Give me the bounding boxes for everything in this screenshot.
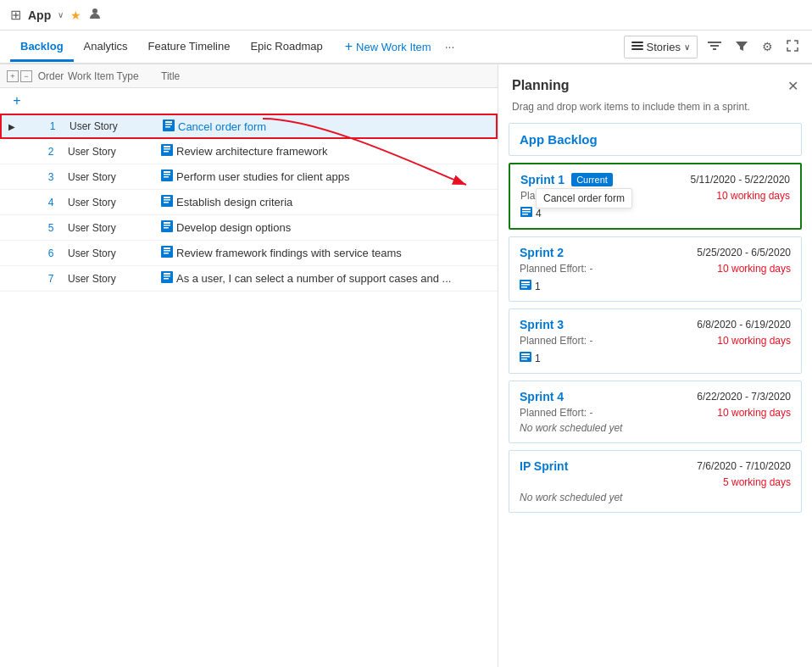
view-options-icon[interactable] — [704, 36, 725, 58]
sprint-item-count: 4 — [520, 207, 790, 220]
sprint-header: IP Sprint 7/6/2020 - 7/10/2020 — [520, 459, 791, 473]
sprint-name: Sprint 4 — [520, 390, 564, 403]
row-order: 2 — [34, 146, 68, 158]
tab-analytics[interactable]: Analytics — [74, 33, 138, 62]
row-type: User Story — [68, 146, 161, 158]
table-row[interactable]: 3 User Story Perform user studies for cl… — [0, 164, 498, 190]
sprint-header: Sprint 3 6/8/2020 - 6/19/2020 — [520, 318, 791, 331]
row-title[interactable]: Review architecture framework — [161, 144, 474, 158]
table-row[interactable]: 4 User Story Establish design criteria ·… — [0, 190, 498, 215]
work-item-icon — [163, 120, 175, 134]
sprint-header: Sprint 2 5/25/2020 - 6/5/2020 — [520, 246, 791, 259]
table-row[interactable]: 2 User Story Review architecture framewo… — [0, 139, 498, 164]
row-title[interactable]: Perform user studies for client apps — [161, 170, 474, 184]
svg-rect-16 — [164, 171, 170, 173]
sprint-card[interactable]: Sprint 3 6/8/2020 - 6/19/2020 Planned Ef… — [509, 308, 802, 374]
svg-rect-46 — [521, 359, 527, 360]
stories-dropdown[interactable]: Stories ∨ — [624, 36, 698, 58]
sprint-item-count: 1 — [520, 280, 791, 292]
table-row[interactable]: 5 User Story Develop design options ··· — [0, 215, 498, 241]
sprint-name: Sprint 1 — [520, 173, 565, 186]
sprint-meta: Planned Effort: - 10 working days — [520, 263, 791, 275]
expand-chevron-icon[interactable]: ▶ — [8, 122, 15, 131]
work-item-icon — [161, 220, 173, 235]
svg-rect-32 — [164, 273, 170, 275]
table-header: + − Order Work Item Type Title — [0, 64, 498, 88]
expand-controls: + − — [7, 70, 34, 82]
sprint-card[interactable]: Sprint 4 6/22/2020 - 7/3/2020 Planned Ef… — [509, 381, 802, 443]
title-text[interactable]: Review framework findings with service t… — [176, 247, 402, 259]
row-type: User Story — [68, 197, 161, 208]
settings-icon[interactable]: ⚙ — [759, 36, 776, 57]
svg-rect-21 — [164, 199, 170, 201]
row-type: User Story — [70, 120, 163, 132]
svg-rect-37 — [522, 211, 531, 213]
planning-panel: Planning ✕ Drag and drop work items to i… — [498, 64, 812, 667]
sprint-card[interactable]: App Backlog — [509, 123, 802, 156]
expand-all-icon[interactable]: + — [7, 70, 19, 82]
sprint-card[interactable]: Sprint 1 Current 5/11/2020 - 5/22/2020 P… — [509, 163, 802, 230]
backlog-table: + − Order Work Item Type Title + ▶ 1 Use… — [0, 64, 498, 667]
stories-label: Stories — [647, 41, 681, 53]
svg-rect-38 — [522, 214, 528, 215]
table-row[interactable]: 6 User Story Review framework findings w… — [0, 241, 498, 266]
new-work-item-button[interactable]: + New Work Item — [336, 36, 440, 58]
title-text[interactable]: Perform user studies for client apps — [176, 170, 349, 183]
sprint-name: App Backlog — [520, 132, 598, 147]
svg-rect-44 — [521, 353, 530, 355]
app-title[interactable]: App — [28, 8, 51, 22]
sprint-dates: 6/8/2020 - 6/19/2020 — [697, 319, 791, 331]
sprint-dates: 5/25/2020 - 6/5/2020 — [697, 247, 791, 258]
tab-backlog[interactable]: Backlog — [10, 33, 74, 62]
work-item-icon — [161, 246, 173, 260]
svg-rect-45 — [521, 356, 530, 358]
more-options-button[interactable]: ··· — [440, 38, 460, 55]
type-header: Work Item Type — [68, 70, 161, 82]
title-text[interactable]: Develop design options — [176, 221, 291, 234]
tooltip-text: Cancel order form — [543, 192, 625, 204]
main-content: + − Order Work Item Type Title + ▶ 1 Use… — [0, 64, 812, 667]
sprint-meta: Planned Effort: - 10 working days — [520, 335, 791, 347]
sprint-card[interactable]: IP Sprint 7/6/2020 - 7/10/2020 5 working… — [509, 450, 802, 513]
favorite-icon[interactable]: ★ — [70, 8, 81, 22]
row-title[interactable]: As a user, I can select a number of supp… — [161, 271, 474, 286]
title-text[interactable]: Review architecture framework — [176, 145, 327, 158]
list-icon — [631, 40, 643, 54]
sprint-work-icon — [520, 280, 531, 292]
title-text[interactable]: Cancel order form — [178, 120, 266, 133]
svg-rect-36 — [522, 208, 531, 210]
svg-rect-1 — [631, 42, 643, 43]
sprint-meta: Planned Effort: - 10 working days — [520, 407, 791, 419]
row-title[interactable]: Establish design criteria — [161, 195, 474, 209]
expand-icon[interactable] — [783, 36, 802, 58]
sprint-card[interactable]: Sprint 2 5/25/2020 - 6/5/2020 Planned Ef… — [509, 236, 802, 302]
svg-rect-24 — [164, 222, 170, 224]
sprint-working-days: 10 working days — [717, 263, 791, 275]
add-item-button[interactable]: + — [7, 91, 27, 111]
svg-rect-41 — [521, 284, 530, 286]
no-work-text: No work scheduled yet — [520, 422, 791, 434]
row-title[interactable]: Develop design options — [161, 220, 474, 235]
svg-rect-29 — [164, 250, 170, 252]
row-title[interactable]: Cancel order form — [163, 120, 472, 134]
title-text[interactable]: Establish design criteria — [176, 196, 292, 208]
table-row[interactable]: 7 User Story As a user, I can select a n… — [0, 266, 498, 292]
collapse-all-icon[interactable]: − — [20, 70, 32, 82]
sprint-cards: App Backlog Sprint 1 Current 5/11/2020 -… — [498, 123, 812, 513]
tab-feature-timeline[interactable]: Feature Timeline — [138, 33, 241, 62]
svg-rect-33 — [164, 275, 170, 277]
row-order: 7 — [34, 273, 68, 285]
planning-description: Drag and drop work items to include them… — [498, 101, 812, 123]
work-item-icon — [161, 170, 173, 184]
tab-epic-roadmap[interactable]: Epic Roadmap — [240, 33, 332, 62]
svg-rect-30 — [164, 253, 169, 254]
filter-icon[interactable] — [731, 36, 752, 58]
work-item-icon — [161, 271, 173, 286]
title-text[interactable]: As a user, I can select a number of supp… — [176, 272, 451, 285]
title-chevron-icon: ∨ — [58, 10, 64, 19]
svg-rect-2 — [631, 45, 643, 47]
row-title[interactable]: Review framework findings with service t… — [161, 246, 474, 260]
table-row[interactable]: ▶ 1 User Story Cancel order form ··· — [0, 114, 498, 139]
planning-close-button[interactable]: ✕ — [787, 78, 798, 94]
sprint-working-days: 10 working days — [717, 407, 791, 419]
